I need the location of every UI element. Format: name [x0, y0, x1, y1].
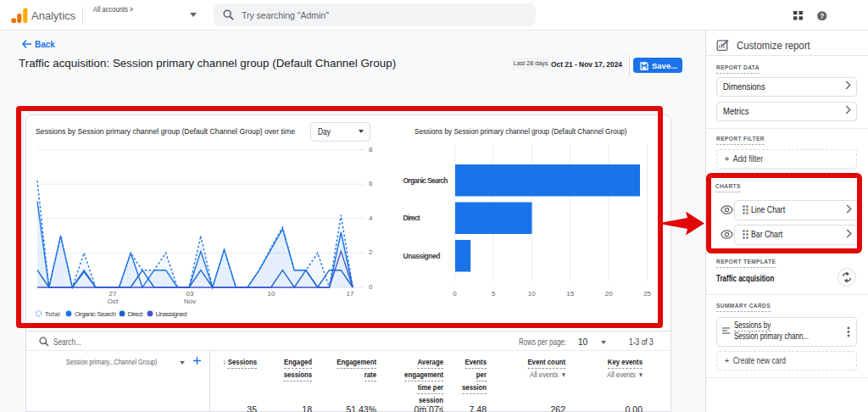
svg-text:?: ? [820, 12, 824, 19]
